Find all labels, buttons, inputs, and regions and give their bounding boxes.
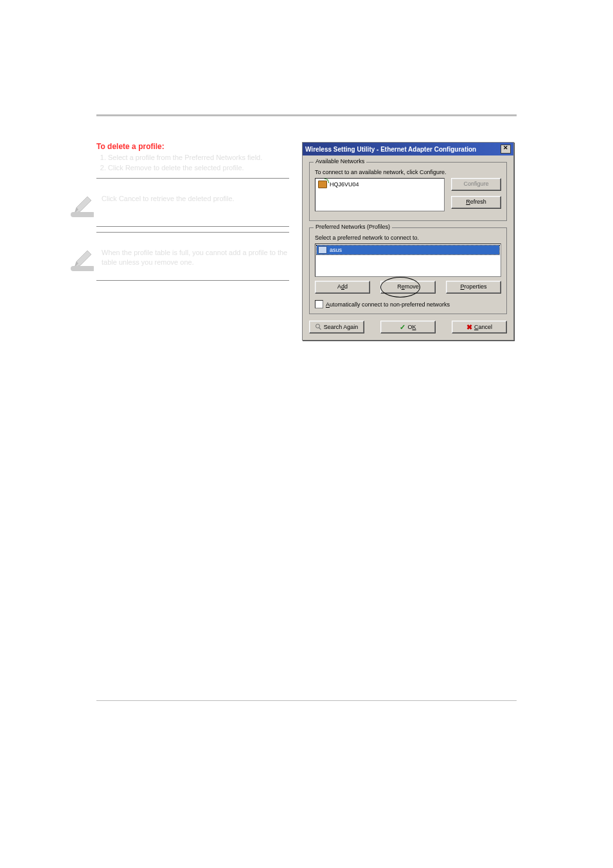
check-icon: ✓: [400, 324, 405, 330]
add-button[interactable]: Add: [315, 281, 370, 294]
note-divider: [96, 280, 289, 281]
top-divider: [96, 114, 517, 116]
preferred-networks-list[interactable]: asus: [315, 244, 501, 277]
note-divider: [96, 232, 289, 233]
auto-connect-checkbox[interactable]: [315, 300, 323, 308]
list-item[interactable]: HQJ6VU04: [317, 180, 443, 189]
network-name: HQJ6VU04: [330, 181, 359, 188]
properties-button[interactable]: Properties: [446, 281, 501, 294]
auto-connect-label: Automatically connect to non-preferred n…: [326, 301, 450, 308]
cancel-button[interactable]: ✖ Cancel: [452, 321, 507, 333]
note-block-2: When the profile table is full, you cann…: [96, 244, 289, 274]
available-networks-list[interactable]: HQJ6VU04: [315, 178, 445, 211]
step-list: Select a profile from the Preferred Netw…: [96, 154, 289, 172]
right-column: Wireless Setting Utility - Ethernet Adap…: [302, 142, 519, 341]
x-icon: ✖: [466, 324, 472, 330]
document-page: To delete a profile: Select a profile fr…: [0, 0, 613, 732]
content-row: To delete a profile: Select a profile fr…: [96, 142, 517, 341]
search-again-button[interactable]: Search Again: [309, 321, 364, 333]
list-item[interactable]: asus: [317, 245, 499, 254]
note-text-2: When the profile table is full, you cann…: [102, 248, 289, 268]
dialog-titlebar: Wireless Setting Utility - Ethernet Adap…: [303, 143, 513, 155]
note-block-1: Click Cancel to retrieve the deleted pro…: [96, 190, 289, 220]
footer-divider: [96, 700, 517, 701]
note-divider: [96, 226, 289, 227]
available-networks-group: Available Networks To connect to an avai…: [309, 162, 507, 221]
pencil-icon: [71, 248, 96, 274]
network-name: asus: [330, 247, 342, 253]
available-legend: Available Networks: [314, 158, 366, 164]
network-icon: [318, 246, 327, 254]
wireless-settings-dialog: Wireless Setting Utility - Ethernet Adap…: [302, 142, 514, 341]
pencil-icon: [71, 194, 96, 220]
dialog-button-row: Search Again ✓ OK ✖ Cancel: [303, 318, 513, 340]
note-divider: [96, 178, 289, 179]
dialog-title: Wireless Setting Utility - Ethernet Adap…: [305, 146, 476, 153]
delete-heading: To delete a profile:: [96, 142, 289, 151]
network-icon: [318, 181, 327, 188]
refresh-button[interactable]: Refresh: [451, 196, 501, 209]
svg-marker-2: [75, 251, 91, 267]
available-hint: To connect to an available network, clic…: [315, 169, 501, 175]
step-item: Select a profile from the Preferred Netw…: [108, 154, 289, 161]
left-column: To delete a profile: Select a profile fr…: [96, 142, 289, 282]
ok-button[interactable]: ✓ OK: [380, 321, 436, 333]
step-item: Click Remove to delete the selected prof…: [108, 164, 289, 172]
search-icon: [315, 324, 322, 330]
remove-button[interactable]: Remove: [380, 281, 436, 294]
configure-button[interactable]: Configure: [451, 178, 501, 191]
preferred-networks-group: Preferred Networks (Profiles) Select a p…: [309, 227, 507, 314]
svg-marker-0: [75, 197, 91, 213]
auto-connect-row[interactable]: Automatically connect to non-preferred n…: [315, 300, 501, 308]
preferred-legend: Preferred Networks (Profiles): [314, 224, 392, 230]
close-icon[interactable]: ✕: [501, 145, 511, 154]
note-text-1: Click Cancel to retrieve the deleted pro…: [102, 194, 235, 204]
preferred-hint: Select a preferred network to connect to…: [315, 235, 501, 241]
